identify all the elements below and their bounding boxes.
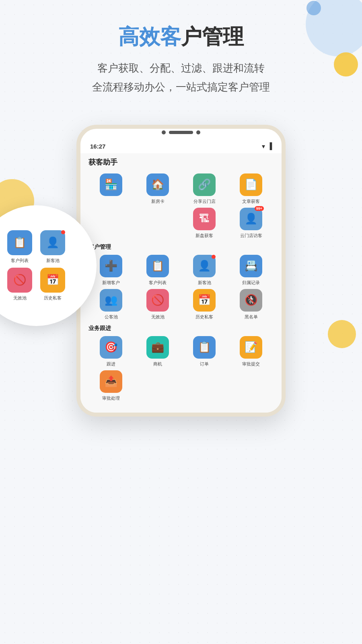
circle-icon-invalid[interactable]: 🚫 无效池 xyxy=(7,268,32,301)
subtitle: 客户获取、分配、过滤、跟进和流转 全流程移动办公，一站式搞定客户管理 xyxy=(16,59,346,97)
section-kehu: 客户管理 xyxy=(88,244,274,251)
add-customer-icon: ➕ xyxy=(105,260,117,272)
new-pool-badge xyxy=(212,255,216,259)
belong-record-box: 📇 xyxy=(240,255,262,277)
approval-submit-box: 📝 xyxy=(240,336,262,359)
approval-handle-box: 📤 xyxy=(100,370,122,393)
main-title: 高效客户管理 xyxy=(16,24,346,49)
opportunity-box: 💼 xyxy=(146,336,169,359)
followup-label: 跟进 xyxy=(107,361,115,367)
icon-followup[interactable]: 🎯 跟进 xyxy=(88,336,134,367)
speaker-bar xyxy=(169,131,193,134)
icon-approval-handle[interactable]: 📤 审批处理 xyxy=(88,370,134,401)
icon-opportunity[interactable]: 💼 商机 xyxy=(135,336,180,367)
blacklist-label: 黑名单 xyxy=(245,314,258,320)
circle-customer-list-box: 📋 xyxy=(7,230,32,255)
phone-time: 16:27 xyxy=(90,143,105,150)
icon-new-pool[interactable]: 👤 新客池 xyxy=(182,255,227,286)
article-icon-box: 📄 xyxy=(240,173,262,196)
icon-placeholder-2 xyxy=(135,208,180,239)
circle-new-pool-box: 👤 xyxy=(40,230,65,255)
public-pool-box: 👥 xyxy=(100,289,122,312)
circle-icon-customer-list[interactable]: 📋 客户列表 xyxy=(7,230,32,264)
store-icon: 🏪 xyxy=(105,178,117,191)
circle-history-label: 历史私客 xyxy=(44,295,62,301)
subtitle-line1: 客户获取、分配、过滤、跟进和流转 xyxy=(16,59,346,78)
icon-order[interactable]: 📋 订单 xyxy=(182,336,227,367)
followup-icon: 🎯 xyxy=(105,341,117,353)
customer-list-box: 📋 xyxy=(146,255,169,277)
public-pool-label: 公客池 xyxy=(105,314,118,320)
icon-belong-record[interactable]: 📇 归属记录 xyxy=(228,255,274,286)
visitor-icon-box: 👤 99+ xyxy=(240,208,262,230)
customer-list-label: 客户列表 xyxy=(149,280,167,286)
icon-item-article[interactable]: 📄 文章获客 xyxy=(228,173,274,204)
invalid-pool-box: 🚫 xyxy=(146,289,169,312)
icon-invalid-pool[interactable]: 🚫 无效池 xyxy=(135,289,180,320)
phone-container: 16:27 ▾ ▐ 获客助手 🏪 🏠 xyxy=(0,125,362,417)
icon-history-private[interactable]: 📅 历史私客 xyxy=(182,289,227,320)
circle-icon-new-pool[interactable]: 👤 新客池 xyxy=(40,230,65,264)
history-private-icon: 📅 xyxy=(198,294,211,306)
icon-blacklist[interactable]: 🚷 黑名单 xyxy=(228,289,274,320)
visitor-badge: 99+ xyxy=(255,206,264,211)
circle-customer-list-label: 客户列表 xyxy=(11,258,29,264)
circle-icon-history[interactable]: 📅 历史私客 xyxy=(40,268,65,301)
sensor-dot xyxy=(196,130,200,134)
article-label: 文章获客 xyxy=(242,198,260,204)
history-private-label: 历史私客 xyxy=(195,314,213,320)
blacklist-box: 🚷 xyxy=(240,289,262,312)
share-label: 分享云门店 xyxy=(193,198,216,204)
icon-placeholder-1 xyxy=(88,208,134,239)
icon-item-xinpan[interactable]: 🏗 新盘获客 xyxy=(182,208,227,239)
icon-public-pool[interactable]: 👥 公客池 xyxy=(88,289,134,320)
xinfangka-label: 新房卡 xyxy=(151,198,165,204)
icon-item-store[interactable]: 🏪 xyxy=(88,173,134,204)
xinpan-label: 新盘获客 xyxy=(195,233,213,239)
title-dark-part: 户管理 xyxy=(181,25,244,48)
xinpan-icon: 🏗 xyxy=(199,213,210,225)
circle-icon-grid: 📋 客户列表 👤 新客池 🚫 无效池 📅 xyxy=(7,230,65,301)
visitor-label: 云门店访客 xyxy=(240,233,262,239)
approval-handle-label: 审批处理 xyxy=(102,395,120,401)
icon-row-1: 🏪 🏠 新房卡 🔗 分享云门店 xyxy=(88,173,274,204)
circle-new-pool-badge xyxy=(61,230,65,234)
blacklist-icon: 🚷 xyxy=(245,294,257,306)
invalid-pool-label: 无效池 xyxy=(151,314,165,320)
add-customer-label: 新增客户 xyxy=(102,280,120,286)
invalid-pool-icon: 🚫 xyxy=(151,294,164,306)
add-customer-box: ➕ xyxy=(100,255,122,277)
article-icon: 📄 xyxy=(245,178,257,191)
share-icon: 🔗 xyxy=(198,178,211,191)
xinfangka-icon-box: 🏠 xyxy=(146,173,169,196)
xinpan-icon-box: 🏗 xyxy=(193,208,216,230)
subtitle-line2: 全流程移动办公，一站式搞定客户管理 xyxy=(16,78,346,97)
order-box: 📋 xyxy=(193,336,216,359)
approval-submit-label: 审批提交 xyxy=(242,361,260,367)
new-pool-label: 新客池 xyxy=(198,280,211,286)
icon-item-xinfangka[interactable]: 🏠 新房卡 xyxy=(135,173,180,204)
opportunity-icon: 💼 xyxy=(151,341,164,353)
share-icon-box: 🔗 xyxy=(193,173,216,196)
status-icons: ▾ ▐ xyxy=(262,142,272,150)
wifi-icon: ▾ xyxy=(262,142,265,150)
new-pool-box: 👤 xyxy=(193,255,216,277)
history-private-box: 📅 xyxy=(193,289,216,312)
order-label: 订单 xyxy=(200,361,209,367)
icon-customer-list[interactable]: 📋 客户列表 xyxy=(135,255,180,286)
icon-item-visitor[interactable]: 👤 99+ 云门店访客 xyxy=(228,208,274,239)
store-icon-box: 🏪 xyxy=(100,173,122,196)
icon-approval-submit[interactable]: 📝 审批提交 xyxy=(228,336,274,367)
opportunity-label: 商机 xyxy=(153,361,162,367)
app-title: 获客助手 xyxy=(88,157,274,167)
circle-invalid-icon: 🚫 xyxy=(13,274,26,286)
visitor-icon: 👤 xyxy=(245,213,257,225)
circle-new-pool-label: 新客池 xyxy=(46,258,60,264)
icon-item-share[interactable]: 🔗 分享云门店 xyxy=(182,173,227,204)
phone-mockup: 16:27 ▾ ▐ 获客助手 🏪 🏠 xyxy=(76,125,286,417)
yewu-icon-grid: 🎯 跟进 💼 商机 📋 订单 xyxy=(88,336,274,401)
customer-list-icon: 📋 xyxy=(151,260,164,272)
section-yewu: 业务跟进 xyxy=(88,325,274,332)
title-blue-part: 高效客 xyxy=(118,25,181,48)
order-icon: 📋 xyxy=(198,341,211,353)
